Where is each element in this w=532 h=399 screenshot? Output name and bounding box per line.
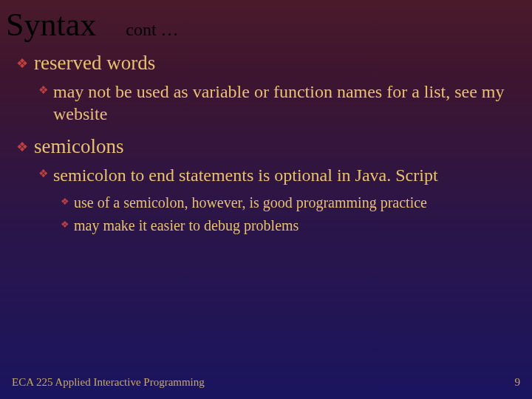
diamond-bullet-icon: ❖ xyxy=(16,139,28,155)
diamond-bullet-icon: ❖ xyxy=(61,196,69,208)
content-area: ❖ reserved words ❖ may not be used as va… xyxy=(0,41,532,235)
diamond-bullet-icon: ❖ xyxy=(16,55,28,72)
title-row: Syntax cont … xyxy=(0,0,532,41)
bullet-level1: ❖ reserved words xyxy=(16,52,516,75)
bullet-level2: ❖ may not be used as variable or functio… xyxy=(38,81,516,125)
bullet-level2: ❖ semicolon to end statements is optiona… xyxy=(38,164,516,186)
slide-number: 9 xyxy=(515,376,521,389)
bullet-level1: ❖ semicolons xyxy=(16,135,516,158)
bullet-text: semicolon to end statements is optional … xyxy=(53,164,438,186)
bullet-text: semicolons xyxy=(34,135,124,158)
bullet-level3: ❖ may make it easier to debug problems xyxy=(61,216,516,235)
slide-title: Syntax xyxy=(6,9,96,41)
diamond-bullet-icon: ❖ xyxy=(38,83,48,97)
bullet-text: reserved words xyxy=(34,52,155,75)
diamond-bullet-icon: ❖ xyxy=(61,219,69,231)
title-cont: cont … xyxy=(126,20,178,40)
bullet-text: use of a semicolon, however, is good pro… xyxy=(74,194,427,212)
bullet-level3: ❖ use of a semicolon, however, is good p… xyxy=(61,194,516,212)
footer: ECA 225 Applied Interactive Programming … xyxy=(0,376,532,389)
bullet-text: may make it easier to debug problems xyxy=(74,216,299,235)
bullet-text: may not be used as variable or function … xyxy=(53,81,516,125)
footer-left: ECA 225 Applied Interactive Programming xyxy=(12,376,205,389)
diamond-bullet-icon: ❖ xyxy=(38,167,48,180)
